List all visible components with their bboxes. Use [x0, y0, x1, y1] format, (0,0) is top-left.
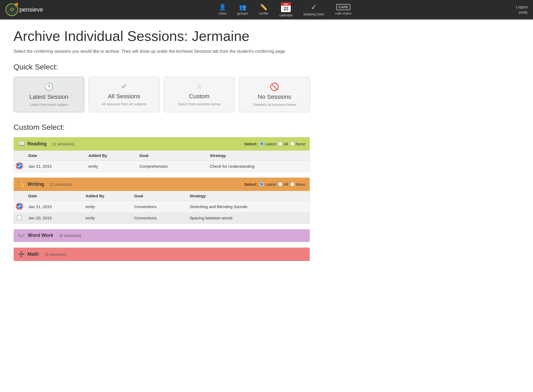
reading-th-checkbox	[14, 150, 25, 161]
qs-all-label: All Sessions	[108, 93, 140, 100]
navbar: O pensieve 👤 class 👥 groups ✏️ confer Ja…	[0, 0, 533, 19]
writing-row2-checkbox-cell	[14, 212, 25, 224]
writing-select-controls: Select: Latest All None	[244, 182, 305, 187]
writing-radio-all-input[interactable]	[278, 182, 282, 186]
qs-latest-sub: Latest from each subject	[30, 103, 68, 107]
nav-item-keeping-track[interactable]: ✓ keeping track	[298, 1, 330, 18]
table-row: Jan 20, 2015 emily Conventions Spacing b…	[14, 212, 310, 224]
wordwork-name: Word Work	[28, 233, 53, 238]
quick-select-heading: Quick Select:	[13, 63, 310, 71]
math-icon: ➗	[18, 251, 25, 257]
qs-all-sub: All sessions from all subjects	[102, 102, 146, 106]
writing-th-checkbox	[14, 191, 25, 201]
qs-latest-icon: 🕐	[44, 82, 54, 91]
logo[interactable]: O pensieve	[5, 3, 43, 16]
qs-custom-icon: ☆	[196, 82, 202, 91]
wordwork-header-left: abc Word Work (0 sessions)	[18, 233, 305, 238]
writing-radio-none[interactable]: None	[290, 182, 305, 187]
writing-radio-latest[interactable]: Latest	[260, 182, 276, 187]
subject-header-math: ➗ Math (0 sessions)	[14, 248, 310, 261]
writing-radio-none-input[interactable]	[290, 182, 295, 186]
qs-custom-sub: Select from sessions below	[178, 102, 221, 106]
writing-header-left: ✏️ Writing (2 sessions)	[18, 181, 244, 187]
table-row: Jan 21, 2015 emily Conventions Stretchin…	[14, 201, 310, 212]
writing-radio-all[interactable]: All	[278, 182, 288, 187]
writing-sessions-table: Date Added By Goal Strategy	[14, 191, 310, 223]
nav-item-groups[interactable]: 👥 groups	[232, 2, 254, 18]
writing-radio-latest-input[interactable]	[260, 182, 264, 186]
logout-button[interactable]: Logout	[516, 5, 528, 9]
reading-sessions-table: Date Added By Goal Strategy	[14, 150, 310, 172]
reading-radio-latest-input[interactable]	[260, 142, 264, 146]
writing-row1-added-by: emily	[82, 201, 131, 212]
table-row: Jan 21, 2015 emily Comprehension Check f…	[14, 161, 310, 172]
custom-select-heading: Custom Select:	[13, 123, 310, 132]
subject-block-wordwork: abc Word Work (0 sessions)	[13, 229, 310, 242]
nav-item-confer[interactable]: ✏️ confer	[253, 2, 274, 18]
groups-icon: 👥	[239, 4, 246, 10]
qs-none-label: No Sessions	[258, 93, 291, 100]
nav-label-confer: confer	[259, 11, 268, 15]
subject-block-reading: 📖 Reading (1 sessions) Select: Latest Al…	[13, 137, 310, 172]
reading-radio-none[interactable]: None	[290, 142, 305, 146]
quick-select-section: Quick Select: 🕐 Latest Session Latest fr…	[13, 63, 310, 112]
writing-row2-date: Jan 20, 2015	[25, 212, 82, 224]
subject-header-reading: 📖 Reading (1 sessions) Select: Latest Al…	[14, 137, 310, 150]
qs-latest-button[interactable]: 🕐 Latest Session Latest from each subjec…	[13, 77, 84, 112]
wordwork-icon: abc	[18, 233, 25, 238]
qs-custom-label: Custom	[189, 93, 210, 100]
keeping-track-icon: ✓	[311, 4, 317, 11]
custom-select-section: Custom Select: 📖 Reading (1 sessions) Se…	[13, 123, 310, 261]
nav-label-class: class	[219, 11, 227, 15]
nav-username: emily	[519, 10, 528, 15]
writing-row2-strategy: Spacing between words	[186, 212, 310, 224]
subject-block-math: ➗ Math (0 sessions)	[13, 247, 310, 261]
calendar-month: Jan	[281, 2, 291, 6]
reading-radio-latest[interactable]: Latest	[260, 142, 276, 146]
writing-row1-date: Jan 21, 2015	[25, 201, 82, 212]
writing-row2-added-by: emily	[82, 212, 131, 224]
reading-radio-all-input[interactable]	[278, 142, 282, 146]
reading-th-date: Date	[25, 150, 85, 161]
reading-th-added-by: Added By	[85, 150, 136, 161]
writing-th-added-by: Added By	[82, 191, 131, 201]
writing-row2-goal: Conventions	[131, 212, 186, 224]
reading-header-left: 📖 Reading (1 sessions)	[18, 141, 244, 147]
qs-none-button[interactable]: 🚫 No Sessions Deselect all sessions belo…	[239, 77, 310, 112]
writing-th-strategy: Strategy	[186, 191, 310, 201]
nav-label-calendar: calendar	[279, 13, 293, 17]
page-subtitle: Select the conferring sessions you would…	[13, 48, 310, 55]
quick-select-grid: 🕐 Latest Session Latest from each subjec…	[13, 77, 310, 112]
reading-select-label: Select:	[244, 142, 257, 146]
nav-item-class[interactable]: 👤 class	[213, 2, 232, 18]
nav-right: Logout emily	[516, 5, 528, 15]
writing-row1-checkbox[interactable]	[17, 204, 22, 209]
logo-letter: O	[10, 7, 14, 13]
reading-row1-checkbox[interactable]	[17, 163, 22, 168]
subject-header-writing: ✏️ Writing (2 sessions) Select: Latest A…	[14, 178, 310, 191]
math-header-left: ➗ Math (0 sessions)	[18, 251, 305, 257]
writing-row1-checkbox-wrapper	[17, 204, 22, 209]
logo-name: pensieve	[19, 6, 43, 13]
writing-name: Writing	[27, 181, 44, 187]
reading-radio-none-input[interactable]	[290, 142, 295, 146]
nav-item-cafe-menu[interactable]: CAFE cafe menu	[330, 2, 357, 18]
logo-circle: O	[5, 3, 18, 16]
qs-custom-button[interactable]: ☆ Custom Select from sessions below	[164, 77, 235, 112]
calendar-day: 22	[281, 6, 291, 12]
nav-item-calendar[interactable]: Jan 22 calendar	[274, 0, 298, 19]
writing-count: (2 sessions)	[50, 182, 72, 187]
writing-row2-checkbox[interactable]	[17, 215, 22, 220]
cafe-menu-icon: CAFE	[336, 4, 350, 10]
nav-items: 👤 class 👥 groups ✏️ confer Jan 22 calend…	[54, 0, 516, 19]
math-count: (0 sessions)	[45, 252, 67, 257]
writing-row1-checkbox-cell	[14, 201, 25, 212]
writing-row1-goal: Conventions	[131, 201, 186, 212]
writing-icon: ✏️	[18, 181, 25, 187]
calendar-icon: Jan 22	[281, 2, 291, 12]
qs-all-button[interactable]: ✔ All Sessions All sessions from all sub…	[89, 77, 160, 112]
reading-radio-all[interactable]: All	[278, 142, 288, 146]
reading-name: Reading	[27, 141, 47, 147]
subject-block-writing: ✏️ Writing (2 sessions) Select: Latest A…	[13, 177, 310, 224]
reading-select-controls: Select: Latest All None	[244, 142, 305, 146]
